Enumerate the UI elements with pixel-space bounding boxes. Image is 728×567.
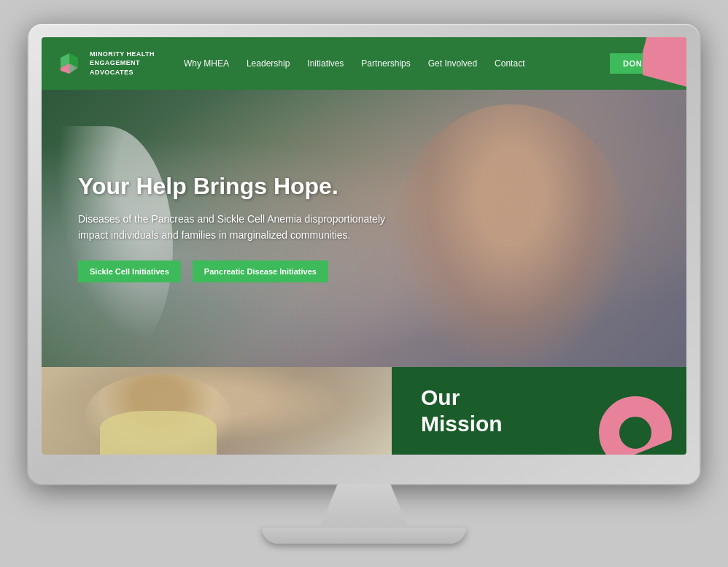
nav-link-leadership[interactable]: Leadership — [247, 58, 290, 69]
hero-child-figure — [395, 104, 628, 367]
hero-title: Your Help Brings Hope. — [78, 174, 414, 199]
nav-links: Why MHEA Leadership Initiatives Partners… — [184, 58, 610, 69]
logo-text: MINORITY HEALTHENGAGEMENTADVOCATES — [90, 50, 155, 77]
nav-link-contact[interactable]: Contact — [495, 58, 524, 69]
monitor-stand-neck — [320, 484, 408, 528]
nav-link-initiatives[interactable]: Initiatives — [307, 58, 344, 69]
bottom-person-shirt — [100, 411, 217, 455]
pancreatic-disease-button[interactable]: Pancreatic Disease Initiatives — [193, 261, 328, 282]
mission-line1: Our — [421, 385, 460, 409]
mission-decoration — [606, 396, 679, 455]
mission-heading: Our Mission — [421, 385, 503, 437]
decoration-arc-shape — [599, 396, 672, 455]
logo[interactable]: MINORITY HEALTHENGAGEMENTADVOCATES — [56, 50, 155, 77]
hero-subtitle: Diseases of the Pancreas and Sickle Cell… — [78, 211, 414, 244]
nav-link-why-mhea[interactable]: Why MHEA — [184, 58, 229, 69]
logo-icon — [56, 50, 82, 77]
nav-corner-decoration — [643, 37, 686, 90]
monitor-bezel: MINORITY HEALTHENGAGEMENTADVOCATES Why M… — [28, 24, 700, 484]
sickle-cell-button[interactable]: Sickle Cell Initiatives — [78, 261, 181, 282]
bottom-photo — [42, 367, 392, 455]
website: MINORITY HEALTHENGAGEMENTADVOCATES Why M… — [42, 37, 686, 455]
hero-buttons: Sickle Cell Initiatives Pancreatic Disea… — [78, 261, 414, 282]
nav-link-get-involved[interactable]: Get Involved — [428, 58, 477, 69]
bottom-section: Our Mission — [42, 367, 686, 455]
navigation: MINORITY HEALTHENGAGEMENTADVOCATES Why M… — [42, 37, 686, 90]
mission-panel: Our Mission — [392, 367, 686, 455]
hero-section: Your Help Brings Hope. Diseases of the P… — [42, 90, 686, 367]
nav-corner-pink-shape — [643, 37, 686, 87]
mission-line2: Mission — [421, 412, 503, 436]
monitor-screen: MINORITY HEALTHENGAGEMENTADVOCATES Why M… — [42, 37, 686, 455]
monitor-wrapper: MINORITY HEALTHENGAGEMENTADVOCATES Why M… — [28, 24, 700, 544]
nav-link-partnerships[interactable]: Partnerships — [361, 58, 410, 69]
hero-content: Your Help Brings Hope. Diseases of the P… — [78, 174, 414, 283]
monitor-stand-base — [262, 528, 466, 544]
